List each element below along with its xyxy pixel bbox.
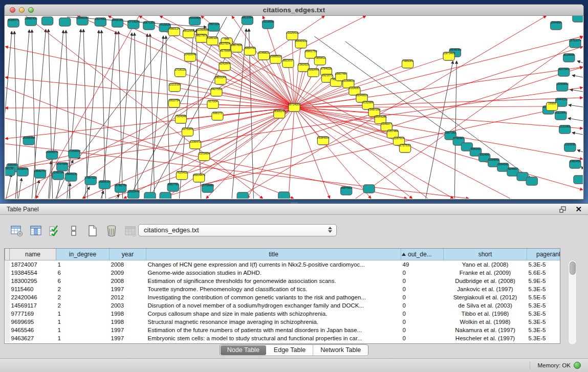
graph-node[interactable]: 8813054 (242, 16, 253, 25)
graph-node[interactable] (363, 185, 375, 193)
cell-out_degree[interactable]: 0 (401, 293, 444, 301)
cell-out_degree[interactable]: 49 (401, 260, 444, 269)
graph-node[interactable] (42, 17, 53, 25)
graph-node[interactable] (526, 177, 537, 185)
graph-node[interactable]: 5035571 (8, 18, 19, 27)
graph-node[interactable]: 16958107 (98, 180, 111, 189)
graph-node[interactable]: 1810754 (168, 99, 180, 107)
cell-year[interactable]: 1997 (110, 326, 146, 334)
memory-ok-icon[interactable] (574, 362, 581, 369)
cell-year[interactable]: 1997 (110, 285, 146, 293)
cell-year[interactable]: 2012 (110, 293, 146, 301)
cell-title[interactable]: Disruption of a novel member of a sodium… (146, 301, 401, 310)
column-header-gutter[interactable] (5, 249, 10, 260)
graph-node[interactable]: 7955812 (314, 56, 325, 65)
cell-pagerank[interactable]: 5.3E-5 (527, 260, 561, 269)
cell-in_degree[interactable]: 1 (56, 326, 110, 334)
cell-pagerank[interactable]: 5.3E-5 (527, 285, 561, 293)
table-scrollbar[interactable] (568, 260, 577, 345)
graph-node[interactable]: 16671355 (143, 21, 156, 30)
cell-short[interactable]: Jankovic et al. (1997) (444, 285, 527, 293)
cell-short[interactable]: Tibbo et al. (1998) (444, 310, 527, 318)
graph-node[interactable]: 17359928 (68, 149, 81, 158)
graph-node[interactable]: 1544894 (551, 21, 562, 30)
cell-title[interactable]: Changes of HCN gene expression and I(f) … (146, 260, 401, 269)
cell-in_degree[interactable]: 2 (56, 285, 110, 293)
graph-node[interactable]: 16033809 (188, 16, 201, 25)
graph-node[interactable]: 2803144 (215, 76, 226, 84)
cell-year[interactable]: 2008 (110, 260, 146, 269)
network-canvas[interactable]: 5035571206914361065528715276629466160107… (5, 16, 583, 199)
graph-node[interactable]: 15958 (546, 102, 557, 111)
cell-year[interactable]: 1998 (110, 318, 146, 326)
cell-pagerank[interactable]: 5.3E-5 (527, 334, 561, 342)
table-row[interactable]: 911546021997Tourette syndrome. Phenomeno… (5, 285, 561, 293)
cell-year[interactable]: 2008 (110, 277, 146, 285)
cell-name[interactable]: 18300295 (10, 277, 56, 285)
new-document-icon[interactable] (86, 224, 99, 237)
cell-name[interactable]: 9699695 (10, 318, 56, 326)
graph-node[interactable]: 1145194 (53, 171, 64, 180)
graph-node[interactable]: 1075346 (182, 127, 193, 136)
graph-node[interactable]: 19384554 (317, 136, 330, 145)
graph-node[interactable]: 22420046 (184, 53, 197, 61)
cell-in_degree[interactable]: 2 (56, 301, 110, 310)
column-header-name[interactable]: name (10, 249, 56, 260)
cell-short[interactable]: Hescheler et al. (1997) (444, 334, 527, 342)
graph-node[interactable]: 18300295 (273, 110, 286, 118)
graph-node[interactable]: 9227343 (558, 68, 570, 76)
table-settings-icon[interactable] (10, 224, 24, 237)
float-panel-icon[interactable] (559, 206, 567, 213)
cell-title[interactable]: Estimation of the future numbers of pati… (146, 326, 401, 334)
table-header-row[interactable]: namein_degreeyeartitleout_de...shortpage… (5, 249, 561, 260)
cell-in_degree[interactable]: 6 (56, 277, 110, 285)
cell-short[interactable]: Nakamura et al. (1997) (444, 326, 527, 334)
cell-in_degree[interactable]: 1 (56, 260, 110, 269)
table-row[interactable]: 2242004622012Investigating the contribut… (5, 293, 561, 301)
table-column-icon[interactable] (29, 224, 42, 237)
graph-node[interactable]: 8822037 (282, 59, 294, 68)
cell-year[interactable]: 1997 (110, 334, 146, 342)
graph-node[interactable] (59, 18, 71, 26)
cell-in_degree[interactable]: 2 (56, 293, 110, 301)
cell-title[interactable]: Structural magnetic resonance image aver… (146, 318, 401, 326)
cell-title[interactable]: Embryonic stem cells: a model to study s… (146, 334, 401, 342)
table-row[interactable]: 1872400712008Changes of HCN gene express… (5, 260, 561, 269)
graph-node[interactable]: 8427552 (211, 87, 222, 96)
graph-node[interactable]: 7857224 (208, 23, 220, 31)
graph-node[interactable]: 9146821 (258, 51, 270, 60)
graph-node[interactable]: 25166950 (23, 136, 35, 145)
cell-name[interactable]: 9465546 (10, 326, 56, 334)
graph-node[interactable]: 9466160 (112, 18, 123, 27)
graph-node[interactable]: 1757592 (399, 144, 410, 152)
cell-name[interactable]: 22420046 (10, 293, 56, 301)
cell-pagerank[interactable]: 5.3E-5 (527, 310, 561, 318)
graph-node[interactable]: 1236472 (190, 140, 201, 149)
graph-node[interactable] (144, 192, 156, 199)
graph-node[interactable]: 7524346 (175, 115, 186, 123)
graph-node[interactable]: 8186328 (207, 36, 218, 45)
graph-node[interactable]: 15751074 (569, 39, 582, 48)
cell-name[interactable]: 9463627 (10, 334, 56, 342)
cell-name[interactable]: 18724007 (10, 260, 56, 269)
cell-name[interactable]: 9777169 (10, 310, 56, 318)
graph-node[interactable]: 9129966 (563, 53, 575, 62)
cell-short[interactable]: de Silva et al. (2003) (444, 301, 527, 310)
cell-pagerank[interactable]: 5.3E-5 (527, 318, 561, 326)
graph-node[interactable]: 12923446 (127, 190, 140, 199)
graph-node[interactable]: 10719164 (127, 20, 140, 29)
cell-title[interactable]: Estimation of significance thresholds fo… (146, 277, 401, 285)
cell-pagerank[interactable]: 5.9E-5 (527, 277, 561, 285)
cell-year[interactable]: 2003 (110, 301, 146, 310)
tab-network-table[interactable]: Network Table (313, 345, 368, 356)
table-row[interactable]: 1938455462009Genome-wide association stu… (5, 269, 561, 277)
cell-pagerank[interactable]: 5.5E-5 (527, 293, 561, 301)
cell-in_degree[interactable]: 1 (56, 318, 110, 326)
delete-icon[interactable] (105, 224, 118, 237)
cell-name[interactable]: 9115460 (10, 285, 56, 293)
graph-node[interactable]: 9242844 (219, 62, 230, 71)
table-scrollbar-thumb[interactable] (570, 261, 576, 275)
cell-short[interactable]: Franke et al. (2009) (444, 269, 527, 277)
graph-node[interactable]: 9827503 (196, 34, 207, 42)
close-panel-icon[interactable]: ✕ (575, 205, 582, 214)
